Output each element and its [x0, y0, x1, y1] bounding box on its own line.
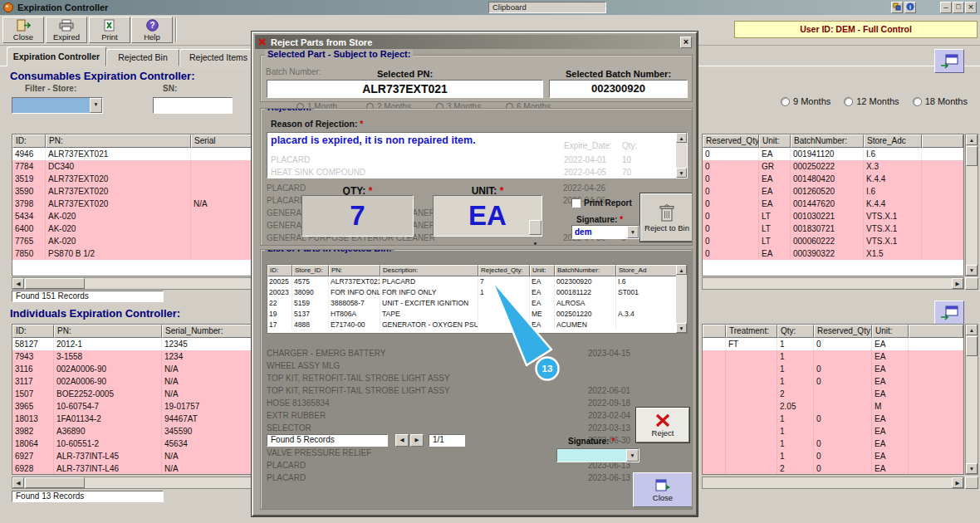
- bin-signature-combobox[interactable]: [556, 448, 639, 462]
- reject-to-bin-button[interactable]: Reject to Bin: [640, 193, 693, 242]
- table-row[interactable]: 0 EA 001260520 I.6: [703, 185, 963, 198]
- consumables-vscrollbar[interactable]: [965, 134, 978, 276]
- qty-value-box[interactable]: 7: [301, 195, 414, 237]
- table-row[interactable]: 3982 A36890 345590: [12, 425, 252, 437]
- table-row[interactable]: 7850 PS870 B 1/2: [12, 247, 252, 260]
- sn-input[interactable]: [153, 97, 233, 114]
- table-row[interactable]: 1 0 EA: [703, 437, 963, 450]
- table-row[interactable]: 6927 ALR-737INT-L45 N/A: [12, 450, 252, 462]
- scroll-up-button[interactable]: [676, 265, 687, 275]
- column-header[interactable]: ID:: [267, 265, 292, 276]
- dialog-close-button[interactable]: [680, 37, 692, 48]
- dialog-close-bottom-button[interactable]: Close: [633, 472, 693, 507]
- table-row[interactable]: 0 GR 000250222 X.3: [703, 160, 963, 173]
- consumables-hscrollbar-right[interactable]: [702, 277, 964, 290]
- column-header[interactable]: Store_Ad: [616, 265, 678, 276]
- tab-expiration-controller[interactable]: Expiration Controller: [7, 46, 106, 66]
- bin-signature-dropdown-arrow[interactable]: [626, 449, 639, 462]
- table-row[interactable]: 18064 10-60551-2 45634: [12, 437, 252, 450]
- table-row[interactable]: 6928 ALR-737INT-L46 N/A: [12, 462, 252, 475]
- scroll-down-button[interactable]: [966, 265, 978, 276]
- column-header[interactable]: [909, 325, 963, 338]
- table-row[interactable]: 7784 DC340: [12, 160, 252, 173]
- individuals-hscrollbar-right[interactable]: [702, 477, 964, 489]
- table-row[interactable]: 7765 AK-020: [12, 235, 252, 247]
- reason-vscrollbar[interactable]: [676, 133, 687, 178]
- column-header[interactable]: BatchNumber:: [555, 265, 616, 276]
- consumables-hscrollbar-left[interactable]: [12, 277, 253, 290]
- column-header[interactable]: ID:: [12, 325, 54, 338]
- bin-prev-page-button[interactable]: [395, 434, 409, 447]
- unit-combobox[interactable]: EA: [433, 195, 542, 237]
- table-row[interactable]: 0 EA 001447620 K.4.4: [703, 198, 963, 210]
- table-row[interactable]: 4946 ALR737EXT021: [12, 148, 252, 160]
- store-filter-combobox[interactable]: [12, 97, 103, 114]
- column-header[interactable]: Description:: [380, 265, 478, 276]
- scroll-right-button[interactable]: [952, 278, 963, 289]
- column-header[interactable]: PN:: [54, 325, 162, 338]
- column-header[interactable]: PN:: [46, 134, 191, 148]
- table-row[interactable]: 58127 2012-1 12345: [12, 338, 252, 350]
- table-row[interactable]: 3965 10-60754-7 19-01757: [12, 400, 252, 413]
- months-radio-option[interactable]: 18 Months: [913, 96, 968, 106]
- column-header[interactable]: BatchNumber:: [791, 134, 864, 148]
- table-row[interactable]: 0 LT 001830721 VTS.X.1: [703, 222, 963, 235]
- column-header[interactable]: Unit:: [530, 265, 555, 276]
- table-row[interactable]: 19 5137 HT806A TAPE ME 002501220 A.3.4: [267, 309, 678, 320]
- column-header[interactable]: Serial_Number:: [162, 325, 252, 338]
- column-header[interactable]: [703, 325, 726, 338]
- table-row[interactable]: 1507 BOE2252-0005 N/A: [12, 388, 252, 400]
- bin-vscrollbar[interactable]: [676, 265, 687, 333]
- column-header[interactable]: Store_Adc: [864, 134, 922, 148]
- table-row[interactable]: 3798 ALR737EXT020 N/A: [12, 198, 252, 210]
- close-window-button[interactable]: [965, 2, 977, 13]
- table-row[interactable]: 0 EA 000390322 X1.5: [703, 247, 963, 260]
- table-row[interactable]: 7943 3-1558 1234: [12, 350, 252, 363]
- maximize-button[interactable]: [953, 2, 964, 13]
- scroll-left-button[interactable]: [12, 278, 24, 289]
- scroll-up-button[interactable]: [676, 133, 687, 143]
- table-row[interactable]: 0 LT 001030221 VTS.X.1: [703, 210, 963, 222]
- months-radio-option[interactable]: 9 Months: [781, 96, 831, 106]
- scroll-thumb[interactable]: [25, 278, 85, 289]
- print-button[interactable]: Print: [89, 17, 130, 43]
- tab-rejected-bin[interactable]: Rejected Bin: [106, 49, 179, 66]
- table-row[interactable]: 6400 AK-020: [12, 222, 252, 235]
- titlebar-shortcut-button[interactable]: [891, 2, 903, 13]
- column-header[interactable]: Reserved_Qty:: [814, 325, 872, 338]
- column-header[interactable]: Unit:: [759, 134, 791, 148]
- table-row[interactable]: 1 0 EA: [703, 413, 963, 425]
- table-row[interactable]: 3519 ALR737EXT020: [12, 173, 252, 185]
- bin-next-page-button[interactable]: [410, 434, 424, 447]
- individuals-vscrollbar[interactable]: [965, 324, 978, 475]
- scroll-left-button[interactable]: [12, 477, 24, 488]
- table-row[interactable]: 0 EA 001480420 K.4.4: [703, 173, 963, 185]
- scroll-up-button[interactable]: [966, 134, 978, 145]
- table-row[interactable]: 1 0 EA: [703, 450, 963, 462]
- table-row[interactable]: 20023 38090 FOR INFO ONLY FOR INFO ONLY …: [267, 287, 678, 298]
- store-filter-dropdown-arrow[interactable]: [90, 98, 102, 113]
- table-row[interactable]: 0 LT 000060222 VTS.X.1: [703, 235, 963, 247]
- column-header[interactable]: Treatment:: [726, 325, 777, 338]
- help-button[interactable]: ? Help: [131, 17, 173, 43]
- column-header[interactable]: Store_ID:: [292, 265, 329, 276]
- unit-dropdown-arrow[interactable]: [529, 220, 541, 235]
- expired-button[interactable]: Expired: [46, 17, 87, 43]
- table-row[interactable]: 1 0 EA: [703, 363, 963, 375]
- scroll-down-button[interactable]: [676, 323, 687, 333]
- reject-button[interactable]: Reject: [636, 408, 689, 442]
- export-individuals-button[interactable]: [934, 301, 964, 325]
- table-row[interactable]: 1 EA: [703, 425, 963, 437]
- reason-textarea[interactable]: Expire_Date: Qty: PLACARD 2022-04-01 10 …: [267, 132, 688, 178]
- individuals-hscrollbar-left[interactable]: [12, 477, 253, 489]
- table-row[interactable]: 20025 4575 ALR737EXT021 PLACARD 7 EA 002…: [267, 276, 678, 287]
- close-button[interactable]: Close: [2, 17, 44, 43]
- column-header[interactable]: [922, 134, 963, 148]
- table-row[interactable]: 3590 ALR737EXT020: [12, 185, 252, 198]
- tab-rejected-items[interactable]: Rejected Items: [179, 49, 257, 66]
- months-radio-option[interactable]: 12 Months: [844, 96, 899, 106]
- column-header[interactable]: Unit:: [872, 325, 909, 338]
- print-report-checkbox[interactable]: Print Report: [571, 198, 632, 208]
- table-row[interactable]: 2 EA: [703, 388, 963, 400]
- scroll-down-button[interactable]: [966, 463, 978, 474]
